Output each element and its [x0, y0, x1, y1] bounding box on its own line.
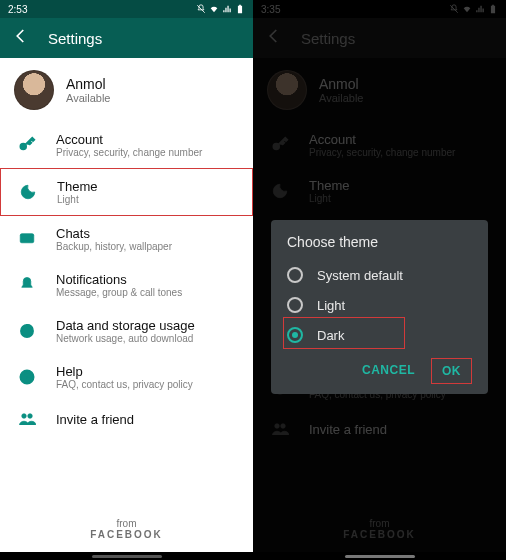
- bell-icon: [16, 276, 38, 294]
- radio-icon-selected: [287, 327, 303, 343]
- settings-item-help[interactable]: HelpFAQ, contact us, privacy policy: [0, 354, 253, 400]
- profile-status: Available: [66, 92, 110, 104]
- profile-row[interactable]: Anmol Available: [0, 58, 253, 122]
- settings-item-data[interactable]: Data and storage usageNetwork usage, aut…: [0, 308, 253, 354]
- svg-point-0: [20, 144, 26, 150]
- dialog-title: Choose theme: [287, 234, 472, 250]
- settings-item-theme[interactable]: ThemeLight: [0, 168, 253, 216]
- cancel-button[interactable]: CANCEL: [352, 358, 425, 384]
- svg-point-5: [28, 414, 33, 419]
- status-icons: [196, 4, 245, 14]
- wifi-icon: [209, 4, 219, 14]
- svg-rect-1: [20, 234, 34, 243]
- page-title: Settings: [48, 30, 102, 47]
- theme-icon: [17, 183, 39, 201]
- settings-item-chats[interactable]: ChatsBackup, history, wallpaper: [0, 216, 253, 262]
- back-button[interactable]: [12, 27, 30, 49]
- ok-button[interactable]: OK: [431, 358, 472, 384]
- theme-option-system[interactable]: System default: [287, 260, 472, 290]
- battery-icon: [235, 4, 245, 14]
- settings-item-notifications[interactable]: NotificationsMessage, group & call tones: [0, 262, 253, 308]
- theme-dialog: Choose theme System default Light Dark C…: [271, 220, 488, 394]
- app-bar: Settings: [0, 18, 253, 58]
- phone-light: 2:53 Settings Anmol Available AccountPri…: [0, 0, 253, 560]
- phone-dark: 3:35 Settings Anmol Available AccountPri…: [253, 0, 506, 560]
- key-icon: [16, 136, 38, 154]
- theme-option-dark[interactable]: Dark: [287, 320, 472, 350]
- help-icon: [16, 368, 38, 386]
- people-icon: [16, 410, 38, 428]
- chat-icon: [16, 230, 38, 248]
- footer: from FACEBOOK: [0, 518, 253, 540]
- radio-icon: [287, 297, 303, 313]
- theme-option-light[interactable]: Light: [287, 290, 472, 320]
- signal-icon: [222, 4, 232, 14]
- settings-item-invite[interactable]: Invite a friend: [0, 400, 253, 438]
- profile-name: Anmol: [66, 76, 110, 92]
- data-usage-icon: [16, 322, 38, 340]
- nav-bar: [253, 552, 506, 560]
- radio-icon: [287, 267, 303, 283]
- status-bar: 2:53: [0, 0, 253, 18]
- svg-point-4: [22, 414, 27, 419]
- avatar: [14, 70, 54, 110]
- bell-off-icon: [196, 4, 206, 14]
- status-time: 2:53: [8, 4, 27, 15]
- settings-item-account[interactable]: AccountPrivacy, security, change number: [0, 122, 253, 168]
- nav-bar: [0, 552, 253, 560]
